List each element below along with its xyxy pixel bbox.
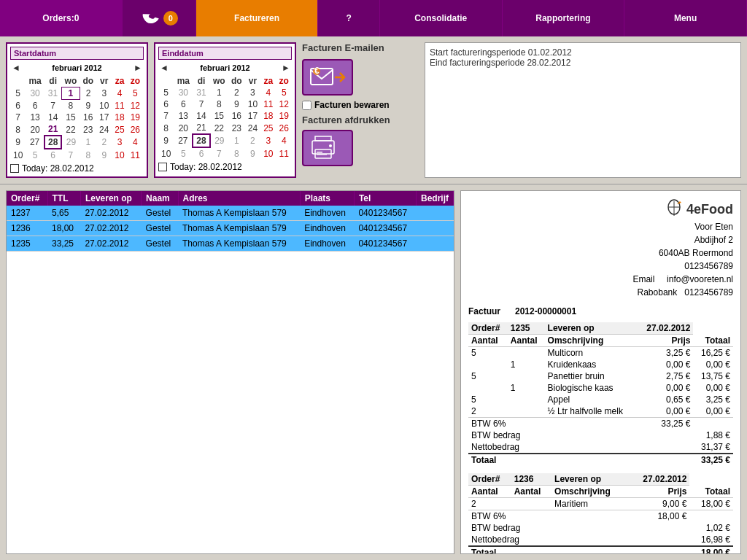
cal-day[interactable]: 6 [26,100,44,112]
cal-day[interactable]: 22 [210,122,228,134]
cal-day[interactable]: 22 [61,123,80,136]
cal-day[interactable]: 9 [228,98,245,110]
cal-day[interactable]: 13 [26,112,44,123]
cal-day[interactable]: 24 [245,122,260,134]
cal-day[interactable]: 8 [228,147,245,160]
cal-day[interactable]: 2 [228,87,245,98]
cal-day[interactable]: 30 [174,87,193,98]
cal-day[interactable]: 6 [44,149,61,161]
cal-day[interactable]: 15 [210,110,228,122]
bewaren-checkbox[interactable] [302,101,311,110]
cal-day[interactable]: 7 [193,98,210,110]
cal-day[interactable]: 4 [260,87,276,98]
cal-day[interactable]: 7 [61,149,80,161]
nav-factureren[interactable]: Factureren [196,0,319,36]
cal-day[interactable]: 27 [26,136,44,149]
cal-day[interactable]: 11 [276,147,292,160]
cal-day[interactable]: 2 [80,88,96,100]
cal-day-28-today[interactable]: 28 [44,136,61,149]
cal-day[interactable]: 27 [174,134,193,147]
cal-day[interactable]: 31 [44,88,61,100]
einddatum-prev[interactable]: ◄ [160,63,169,73]
cal-day[interactable]: 19 [276,110,292,122]
nav-consolidatie[interactable]: Consolidatie [380,0,503,36]
nav-orders[interactable]: Orders:0 [0,0,123,36]
cal-day[interactable]: 3 [260,134,276,147]
cal-day[interactable]: 13 [174,110,193,122]
print-button[interactable] [302,130,353,166]
cal-day[interactable]: 8 [80,149,96,161]
cal-day[interactable]: 1 [228,134,245,147]
nav-rapportering[interactable]: Rapportering [503,0,625,36]
cal-day[interactable]: 4 [276,134,292,147]
cal-day[interactable]: 8 [210,98,228,110]
cal-day[interactable]: 18 [112,112,127,123]
cal-day[interactable]: 6 [174,98,193,110]
cal-day[interactable]: 11 [260,98,276,110]
cal-day[interactable]: 26 [276,122,292,134]
cal-day[interactable]: 5 [128,88,143,100]
cal-day-28-today[interactable]: 28 [193,134,210,147]
cal-day[interactable]: 7 [210,147,228,160]
cal-day[interactable]: 8 [61,100,80,112]
cal-day[interactable]: 26 [128,123,143,136]
cal-day[interactable]: 5 [26,149,44,161]
cal-day[interactable]: 16 [228,110,245,122]
cal-day[interactable]: 18 [260,110,276,122]
cal-day[interactable]: 5 [174,147,193,160]
invoice-preview[interactable]: 4eFood Voor Eten Abdijhof 2 6040AB Roerm… [460,190,741,554]
cal-day[interactable]: 5 [276,87,292,98]
cal-day[interactable]: 3 [112,136,127,149]
cal-day[interactable]: 31 [193,87,210,98]
nav-phone[interactable]: 0 [123,0,196,36]
cal-day[interactable]: 9 [96,149,112,161]
cal-day[interactable]: 23 [228,122,245,134]
cal-day[interactable]: 11 [128,149,143,161]
cal-day-21[interactable]: 21 [44,123,61,136]
cal-day[interactable]: 20 [174,122,193,134]
nav-help[interactable]: ? [318,0,379,36]
cal-day[interactable]: 4 [112,88,127,100]
cal-day[interactable]: 20 [26,123,44,136]
cal-day[interactable]: 2 [96,136,112,149]
cal-day[interactable]: 11 [112,100,127,112]
startdatum-prev[interactable]: ◄ [12,63,20,73]
cal-day[interactable]: 1 [210,87,228,98]
cal-day[interactable]: 10 [96,100,112,112]
cal-day[interactable]: 6 [193,147,210,160]
cal-day[interactable]: 12 [128,100,143,112]
cal-day[interactable]: 16 [80,112,96,123]
cal-day[interactable]: 29 [61,136,80,149]
cal-day[interactable]: 12 [276,98,292,110]
cal-day[interactable]: 29 [210,134,228,147]
einddatum-next[interactable]: ► [282,63,290,73]
email-button[interactable]: € [302,59,353,96]
cal-day[interactable]: 30 [26,88,44,100]
cal-day[interactable]: 23 [80,123,96,136]
table-row[interactable]: 123533,2527.02.2012GestelThomas A Kempis… [7,236,454,252]
cal-day-1[interactable]: 1 [61,88,80,100]
cal-day[interactable]: 10 [245,98,260,110]
table-row[interactable]: 12375,6527.02.2012GestelThomas A Kempisl… [7,206,454,221]
cal-day[interactable]: 4 [128,136,143,149]
cal-day[interactable]: 19 [128,112,143,123]
cal-day[interactable]: 10 [260,147,276,160]
cal-day[interactable]: 2 [245,134,260,147]
cal-day[interactable]: 14 [193,110,210,122]
cal-day[interactable]: 21 [193,122,210,134]
cal-day[interactable]: 7 [44,100,61,112]
cal-day[interactable]: 17 [245,110,260,122]
cal-day[interactable]: 15 [61,112,80,123]
cal-day[interactable]: 24 [96,123,112,136]
cal-day[interactable]: 25 [112,123,127,136]
cal-day[interactable]: 10 [112,149,127,161]
cal-day[interactable]: 3 [245,87,260,98]
cal-day[interactable]: 9 [245,147,260,160]
table-row[interactable]: 123618,0027.02.2012GestelThomas A Kempis… [7,221,454,236]
cal-day[interactable]: 3 [96,88,112,100]
nav-menu[interactable]: Menu [624,0,747,36]
cal-day[interactable]: 14 [44,112,61,123]
startdatum-next[interactable]: ► [133,63,142,73]
cal-day[interactable]: 25 [260,122,276,134]
cal-day[interactable]: 17 [96,112,112,123]
